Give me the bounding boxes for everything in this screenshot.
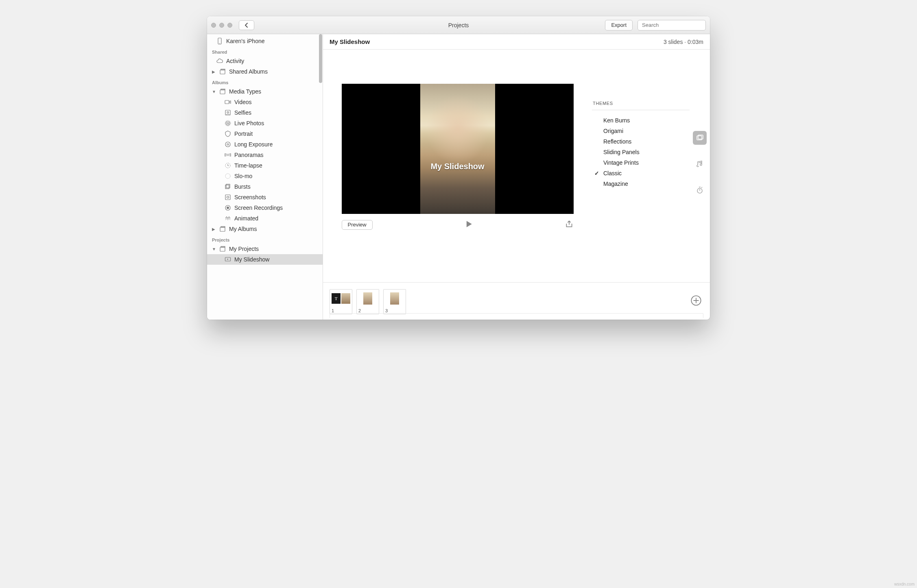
preview-button[interactable]: Preview xyxy=(342,220,373,230)
sidebar-scrollbar[interactable] xyxy=(319,34,322,83)
theme-label: Classic xyxy=(603,170,622,176)
sidebar-item-label: Animated xyxy=(234,215,258,222)
panoramas-icon xyxy=(224,151,231,159)
theme-list: Ken Burns Origami Reflections Sliding Pa… xyxy=(592,110,690,189)
search-input[interactable] xyxy=(642,22,710,28)
chevron-down-icon[interactable]: ▼ xyxy=(212,247,216,251)
fullscreen-window-button[interactable] xyxy=(227,23,232,28)
titlebar: Projects Export xyxy=(207,16,710,34)
theme-item-reflections[interactable]: Reflections xyxy=(592,136,690,147)
sidebar-item-screen-recordings[interactable]: Screen Recordings xyxy=(207,203,323,213)
sidebar-section-shared: Shared xyxy=(207,46,323,56)
chevron-left-icon xyxy=(245,22,249,28)
themes-icon xyxy=(696,134,704,142)
svg-rect-5 xyxy=(221,69,225,70)
sidebar-item-label: Karen's iPhone xyxy=(226,38,265,44)
theme-label: Vintage Prints xyxy=(603,159,639,166)
thumb-image xyxy=(390,292,399,305)
tool-music-button[interactable] xyxy=(693,157,707,171)
search-field[interactable] xyxy=(638,20,706,30)
sidebar-item-label: Portrait xyxy=(234,131,253,137)
theme-item-origami[interactable]: Origami xyxy=(592,126,690,136)
sidebar-item-long-exposure[interactable]: Long Exposure xyxy=(207,139,323,150)
title-slide-badge: T xyxy=(332,293,341,304)
svg-rect-9 xyxy=(225,110,230,115)
album-stack-icon xyxy=(219,225,226,233)
stage: My Slideshow Preview xyxy=(323,50,592,282)
sidebar-item-device[interactable]: Karen's iPhone xyxy=(207,36,323,46)
thumb-image xyxy=(341,293,350,304)
tool-themes-button[interactable] xyxy=(693,131,707,145)
body: Karen's iPhone Shared Activity ▶ Shared … xyxy=(207,34,710,320)
long-exposure-icon xyxy=(224,141,231,148)
theme-item-sliding-panels[interactable]: Sliding Panels xyxy=(592,147,690,157)
sidebar-item-my-projects[interactable]: ▼ My Projects xyxy=(207,244,323,254)
svg-rect-24 xyxy=(220,227,225,231)
theme-item-magazine[interactable]: Magazine xyxy=(592,179,690,189)
svg-rect-8 xyxy=(225,100,229,104)
slide-thumb-2[interactable]: 2 xyxy=(356,289,379,314)
music-icon xyxy=(696,160,704,168)
sidebar-item-label: Bursts xyxy=(234,183,251,190)
tool-timing-button[interactable] xyxy=(693,183,707,197)
sidebar-item-time-lapse[interactable]: Time-lapse xyxy=(207,160,323,171)
back-button[interactable] xyxy=(239,20,254,30)
sidebar-item-slo-mo[interactable]: Slo-mo xyxy=(207,171,323,181)
sidebar-section-albums: Albums xyxy=(207,77,323,86)
minimize-window-button[interactable] xyxy=(219,23,224,28)
live-photos-icon xyxy=(224,120,231,127)
sidebar-item-selfies[interactable]: Selfies xyxy=(207,107,323,118)
sidebar-item-my-albums[interactable]: ▶ My Albums xyxy=(207,224,323,234)
theme-label: Origami xyxy=(603,128,623,134)
close-window-button[interactable] xyxy=(211,23,216,28)
phone-icon xyxy=(216,37,223,45)
sidebar-item-label: Slo-mo xyxy=(234,173,252,179)
app-window: Projects Export Karen's iPhone Shared xyxy=(207,16,710,320)
chevron-right-icon[interactable]: ▶ xyxy=(212,227,216,231)
slide-thumb-1[interactable]: T 1 xyxy=(330,289,352,314)
sidebar-item-screenshots[interactable]: Screenshots xyxy=(207,192,323,203)
svg-point-23 xyxy=(227,207,229,209)
preview-frame[interactable]: My Slideshow xyxy=(342,84,574,214)
plus-circle-icon xyxy=(690,295,702,306)
slide-thumb-3[interactable]: 3 xyxy=(383,289,406,314)
sidebar-item-activity[interactable]: Activity xyxy=(207,56,323,66)
sidebar[interactable]: Karen's iPhone Shared Activity ▶ Shared … xyxy=(207,34,323,320)
sidebar-item-animated[interactable]: Animated xyxy=(207,213,323,224)
sidebar-item-shared-albums[interactable]: ▶ Shared Albums xyxy=(207,66,323,77)
theme-item-classic[interactable]: ✓Classic xyxy=(592,168,690,179)
sidebar-item-panoramas[interactable]: Panoramas xyxy=(207,150,323,160)
svg-point-12 xyxy=(226,121,230,125)
theme-item-vintage-prints[interactable]: Vintage Prints xyxy=(592,157,690,168)
chevron-right-icon[interactable]: ▶ xyxy=(212,70,216,74)
theme-item-ken-burns[interactable]: Ken Burns xyxy=(592,115,690,126)
sidebar-item-my-slideshow[interactable]: My Slideshow xyxy=(207,254,323,265)
sidebar-item-label: Selfies xyxy=(234,109,251,116)
chevron-down-icon[interactable]: ▼ xyxy=(212,89,216,94)
sidebar-item-bursts[interactable]: Bursts xyxy=(207,181,323,192)
preview-overlay-title: My Slideshow xyxy=(342,162,574,171)
sidebar-item-label: Videos xyxy=(234,99,252,105)
sidebar-item-label: Panoramas xyxy=(234,152,264,158)
portrait-icon xyxy=(224,130,231,137)
svg-point-10 xyxy=(227,111,229,113)
animated-icon xyxy=(224,215,231,222)
play-button[interactable] xyxy=(463,219,474,231)
checkmark-icon: ✓ xyxy=(594,170,600,176)
svg-point-21 xyxy=(227,196,229,198)
titlebar-right: Export xyxy=(605,20,706,30)
cloud-icon xyxy=(216,57,223,65)
share-button[interactable] xyxy=(565,220,574,230)
add-slide-button[interactable] xyxy=(690,295,703,307)
sidebar-item-label: My Projects xyxy=(229,246,259,252)
svg-rect-6 xyxy=(220,90,225,94)
sidebar-item-videos[interactable]: Videos xyxy=(207,97,323,107)
sidebar-item-portrait[interactable]: Portrait xyxy=(207,128,323,139)
export-button[interactable]: Export xyxy=(605,20,633,30)
themes-pane: THEMES Ken Burns Origami Reflections Sli… xyxy=(592,50,690,282)
album-stack-icon xyxy=(219,245,226,253)
sidebar-item-label: Screenshots xyxy=(234,194,266,200)
sidebar-item-live-photos[interactable]: Live Photos xyxy=(207,118,323,128)
sidebar-item-media-types[interactable]: ▼ Media Types xyxy=(207,86,323,97)
themes-header: THEMES xyxy=(592,101,690,110)
